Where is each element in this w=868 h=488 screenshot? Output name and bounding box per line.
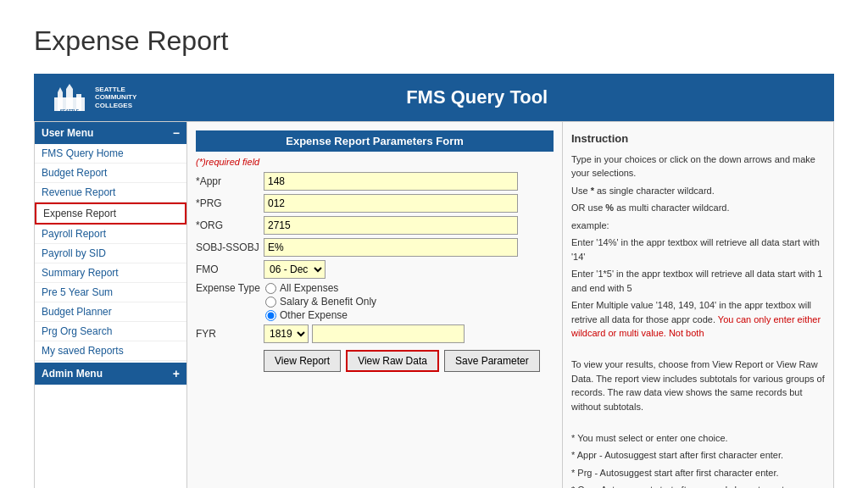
sidebar-item-payroll-by-sid[interactable]: Payroll by SID <box>35 244 186 263</box>
content-area: User Menu − FMS Query Home Budget Report… <box>34 121 834 488</box>
view-raw-data-button[interactable]: View Raw Data <box>346 350 439 372</box>
svg-text:SEATTLE: SEATTLE <box>60 108 80 114</box>
form-area: Expense Report Parameters Form (*)requir… <box>187 122 562 488</box>
sidebar-item-my-saved-reports[interactable]: My saved Reports <box>35 341 186 361</box>
admin-menu-expand-button[interactable]: + <box>173 367 180 380</box>
fmo-select[interactable]: 06 - Dec 01 - Jul 02 - Aug 03 - Sep 04 -… <box>264 260 326 279</box>
user-menu-collapse-button[interactable]: − <box>173 126 180 140</box>
expense-type-other-radio[interactable] <box>265 310 276 321</box>
org-row: *ORG <box>196 216 554 235</box>
admin-menu-header: Admin Menu + <box>35 363 186 385</box>
expense-type-salary: Salary & Benefit Only <box>265 296 376 308</box>
fyr-row: FYR 1819 1718 1617 <box>196 324 554 343</box>
prg-input[interactable] <box>264 194 518 213</box>
seattle-logo-icon: SEATTLE <box>51 80 88 114</box>
fyr-select[interactable]: 1819 1718 1617 <box>264 324 309 343</box>
instruction-title: Instruction <box>571 130 825 147</box>
sidebar-item-pre-5-year-sum[interactable]: Pre 5 Year Sum <box>35 283 186 302</box>
instruction-area: Instruction Type in your choices or clic… <box>562 122 833 488</box>
button-row: View Report View Raw Data Save Parameter <box>196 350 554 372</box>
org-input[interactable] <box>264 216 518 235</box>
expense-type-group: All Expenses Salary & Benefit Only Other… <box>265 282 376 321</box>
sidebar-item-expense-report[interactable]: Expense Report <box>35 202 186 225</box>
expense-type-label: Expense Type <box>196 282 264 294</box>
required-note: (*)required field <box>196 157 554 167</box>
sobj-input[interactable] <box>264 238 518 257</box>
sobj-label: SOBJ-SSOBJ <box>196 241 264 253</box>
appr-label: *Appr <box>196 175 264 187</box>
expense-type-all: All Expenses <box>265 282 376 294</box>
form-title: Expense Report Parameters Form <box>196 130 554 152</box>
expense-type-other-label: Other Expense <box>280 309 348 321</box>
user-menu-header: User Menu − <box>35 122 186 144</box>
sidebar-item-revenue-report[interactable]: Revenue Report <box>35 183 186 202</box>
prg-label: *PRG <box>196 197 264 209</box>
sidebar-item-payroll-report[interactable]: Payroll Report <box>35 225 186 244</box>
appr-input[interactable] <box>264 172 518 191</box>
header-title: FMS Query Tool <box>136 86 817 108</box>
page-title: Expense Report <box>0 0 868 74</box>
header-bar: SEATTLE SEATTLE COMMUNITY COLLEGES FMS Q… <box>34 74 834 121</box>
expense-type-all-radio[interactable] <box>265 283 276 294</box>
view-report-button[interactable]: View Report <box>264 350 341 372</box>
sobj-row: SOBJ-SSOBJ <box>196 238 554 257</box>
expense-type-other: Other Expense <box>265 309 376 321</box>
fyr-label: FYR <box>196 328 264 340</box>
expense-type-row: Expense Type All Expenses Salary & Benef… <box>196 282 554 321</box>
sidebar-item-budget-planner[interactable]: Budget Planner <box>35 302 186 322</box>
appr-row: *Appr <box>196 172 554 191</box>
sidebar-item-fms-query-home[interactable]: FMS Query Home <box>35 144 186 164</box>
expense-type-salary-label: Salary & Benefit Only <box>280 296 376 308</box>
sidebar-item-budget-report[interactable]: Budget Report <box>35 164 186 183</box>
org-label: *ORG <box>196 219 264 231</box>
fmo-row: FMO 06 - Dec 01 - Jul 02 - Aug 03 - Sep … <box>196 260 554 279</box>
sidebar: User Menu − FMS Query Home Budget Report… <box>35 122 187 488</box>
fyr-input-group: 1819 1718 1617 <box>264 324 465 343</box>
sidebar-item-summary-report[interactable]: Summary Report <box>35 263 186 283</box>
expense-type-all-label: All Expenses <box>280 282 338 294</box>
fyr-extra-input[interactable] <box>312 324 465 343</box>
save-parameter-button[interactable]: Save Parameter <box>444 350 540 372</box>
user-menu-label: User Menu <box>42 127 93 139</box>
sidebar-item-prg-org-search[interactable]: Prg Org Search <box>35 322 186 341</box>
admin-menu-label: Admin Menu <box>42 368 103 380</box>
instruction-text: Type in your choices or click on the dow… <box>571 152 825 489</box>
logo-area: SEATTLE SEATTLE COMMUNITY COLLEGES <box>51 80 136 114</box>
prg-row: *PRG <box>196 194 554 213</box>
expense-type-salary-radio[interactable] <box>265 297 276 308</box>
fmo-label: FMO <box>196 263 264 275</box>
